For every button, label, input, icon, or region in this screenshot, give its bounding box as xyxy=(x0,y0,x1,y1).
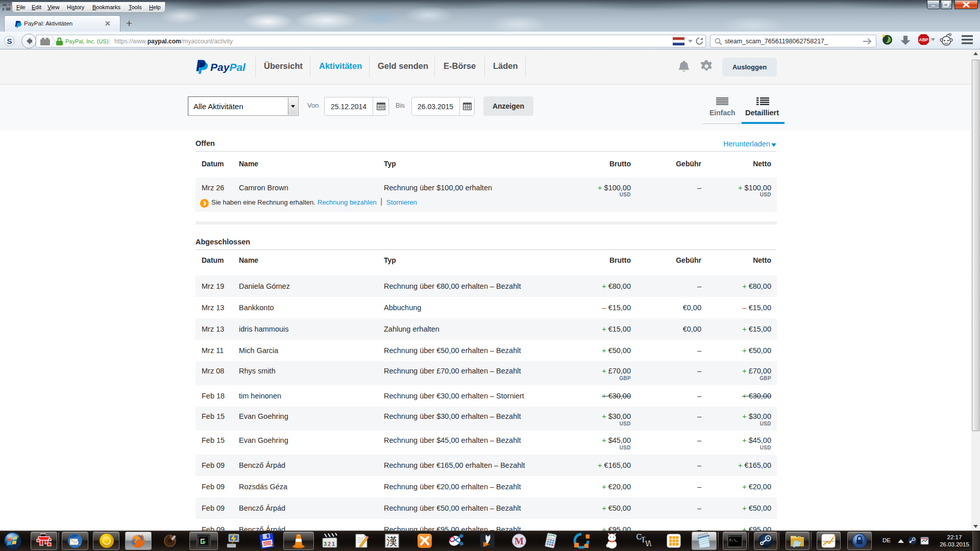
svg-text:3: 3 xyxy=(324,541,327,547)
svg-text:漢: 漢 xyxy=(387,535,398,547)
svg-text:W: W xyxy=(645,539,651,548)
svg-text:1: 1 xyxy=(332,541,335,547)
svg-text:PayPal: PayPal xyxy=(210,61,246,73)
svg-text:2: 2 xyxy=(328,541,331,547)
svg-text:M: M xyxy=(514,536,524,546)
svg-text:ABP: ABP xyxy=(919,37,928,42)
svg-text:C:\_: C:\_ xyxy=(729,538,739,542)
svg-text:-64: -64 xyxy=(270,543,275,547)
